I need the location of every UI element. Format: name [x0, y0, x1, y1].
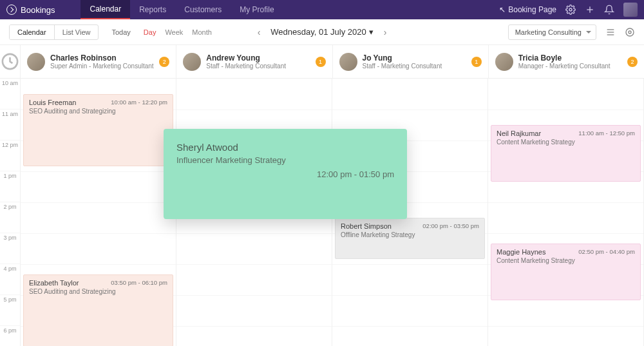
user-avatar[interactable]	[623, 3, 638, 17]
staff-role: Staff - Marketing Consultant	[206, 62, 286, 70]
nav-tab-reports[interactable]: Reports	[130, 0, 175, 19]
event-time: 11:00 am - 12:50 pm	[578, 130, 635, 137]
calendar-col-0[interactable]: Louis Freeman SEO Auditing and Strategiz…	[21, 79, 176, 346]
prev-day-icon[interactable]: ‹	[258, 27, 261, 37]
calendar-toolbar: Calendar List View Today Day Week Month …	[0, 19, 644, 45]
list-settings-icon[interactable]	[605, 27, 616, 37]
time-gutter: 10 am 11 am 12 pm 1 pm 2 pm 3 pm 4 pm 5 …	[0, 79, 21, 346]
plus-icon[interactable]	[585, 5, 595, 15]
avatar	[27, 53, 45, 71]
time-label: 11 am	[0, 110, 20, 140]
event-time: 02:50 pm - 04:40 pm	[578, 248, 635, 255]
svg-point-7	[626, 28, 634, 36]
caret-down-icon: ▾	[369, 27, 374, 37]
time-label: 10 am	[0, 79, 20, 110]
view-calendar[interactable]: Calendar	[10, 25, 54, 39]
event-time: 12:00 pm - 01:50 pm	[317, 169, 394, 179]
time-label: 1 pm	[0, 171, 20, 202]
current-date[interactable]: Wednesday, 01 July 2020 ▾	[270, 27, 373, 37]
staff-role: Manager - Marketing Consultant	[518, 62, 611, 70]
staff-name: Charles Robinson	[50, 53, 154, 62]
nav-tab-myprofile[interactable]: My Profile	[231, 0, 283, 19]
time-label: 6 pm	[0, 326, 20, 346]
time-label: 5 pm	[0, 295, 20, 326]
booking-page-link[interactable]: ↖ Booking Page	[499, 5, 556, 14]
svg-point-6	[629, 31, 631, 34]
next-day-icon[interactable]: ›	[384, 27, 387, 37]
event[interactable]: Maggie Haynes Content Marketing Strategy…	[491, 244, 641, 300]
calendar-col-3[interactable]: Neil Rajkumar Content Marketing Strategy…	[488, 79, 644, 346]
event-sub: Content Marketing Strategy	[497, 257, 635, 264]
event[interactable]: Elizabeth Taylor SEO Auditing and Strate…	[23, 274, 173, 346]
staff-role: Staff - Marketing Consultant	[363, 62, 442, 70]
range-day[interactable]: Day	[144, 28, 156, 36]
brand-icon	[6, 5, 17, 15]
staff-col-0[interactable]: Charles Robinson Super Admin - Marketing…	[21, 45, 176, 78]
settings-gear-icon[interactable]	[625, 27, 635, 37]
staff-badge: 2	[159, 57, 169, 67]
event-sub: Offline Marketing Strategy	[341, 231, 479, 238]
time-label: 3 pm	[0, 233, 20, 264]
avatar	[339, 53, 357, 71]
staff-name: Tricia Boyle	[518, 53, 611, 62]
event-title: Sheryl Atwood	[176, 142, 394, 153]
event-time: 10:00 am - 12:20 pm	[111, 99, 167, 106]
time-label: 2 pm	[0, 202, 20, 233]
today-button[interactable]: Today	[111, 28, 130, 36]
clock-icon	[0, 45, 20, 78]
range-tabs: Day Week Month	[144, 28, 212, 36]
gear-icon[interactable]	[565, 5, 576, 15]
event-time: 03:50 pm - 06:10 pm	[111, 279, 167, 286]
current-date-text: Wednesday, 01 July 2020	[270, 27, 366, 37]
event-sub: SEO Auditing and Strategizing	[29, 288, 167, 295]
brand-label: Bookings	[21, 5, 55, 15]
avatar	[183, 53, 201, 71]
topbar: Bookings Calendar Reports Customers My P…	[0, 0, 644, 19]
staff-name: Jo Yung	[363, 53, 442, 62]
service-filter-dropdown[interactable]: Marketing Consulting	[508, 24, 596, 40]
event[interactable]: Louis Freeman SEO Auditing and Strategiz…	[23, 94, 173, 166]
calendar-columns: Louis Freeman SEO Auditing and Strategiz…	[21, 79, 644, 346]
range-month[interactable]: Month	[192, 28, 212, 36]
booking-page-label: Booking Page	[508, 5, 556, 14]
event[interactable]: Neil Rajkumar Content Marketing Strategy…	[491, 125, 641, 182]
svg-point-0	[569, 8, 572, 11]
nav-tab-customers[interactable]: Customers	[175, 0, 231, 19]
date-nav: ‹ Wednesday, 01 July 2020 ▾ ›	[258, 27, 387, 37]
cursor-icon: ↖	[499, 5, 506, 14]
staff-role: Super Admin - Marketing Consultant	[50, 62, 154, 70]
event-highlight-card[interactable]: Sheryl Atwood Influencer Marketing Strat…	[164, 129, 407, 219]
avatar	[495, 53, 513, 71]
event[interactable]: Robert Simpson Offline Marketing Strateg…	[335, 218, 485, 259]
staff-badge: 1	[316, 57, 326, 67]
time-label: 4 pm	[0, 264, 20, 295]
time-label: 12 pm	[0, 140, 20, 171]
event-sub: SEO Auditing and Strategizing	[29, 108, 167, 115]
time-gutter-head	[0, 45, 21, 78]
event-time: 02:00 pm - 03:50 pm	[422, 222, 479, 229]
staff-badge: 1	[471, 57, 482, 67]
nav-tab-calendar[interactable]: Calendar	[80, 0, 130, 19]
brand: Bookings	[6, 5, 55, 15]
bell-icon[interactable]	[604, 5, 614, 15]
view-list[interactable]: List View	[54, 25, 99, 39]
view-toggle: Calendar List View	[9, 24, 99, 40]
staff-col-2[interactable]: Jo Yung Staff - Marketing Consultant 1	[333, 45, 489, 78]
staff-col-1[interactable]: Andrew Young Staff - Marketing Consultan…	[176, 45, 332, 78]
staff-name: Andrew Young	[206, 53, 286, 62]
range-week[interactable]: Week	[165, 28, 183, 36]
event-sub: Content Marketing Strategy	[497, 139, 635, 146]
staff-header-row: Charles Robinson Super Admin - Marketing…	[0, 45, 644, 79]
toolbar-right: Marketing Consulting	[508, 24, 635, 40]
staff-col-3[interactable]: Tricia Boyle Manager - Marketing Consult…	[489, 45, 644, 78]
calendar-grid: 10 am 11 am 12 pm 1 pm 2 pm 3 pm 4 pm 5 …	[0, 79, 644, 346]
topbar-right: ↖ Booking Page	[499, 3, 638, 17]
staff-badge: 2	[627, 57, 638, 67]
event-sub: Influencer Marketing Strategy	[176, 155, 394, 165]
nav-tabs: Calendar Reports Customers My Profile	[80, 0, 283, 19]
